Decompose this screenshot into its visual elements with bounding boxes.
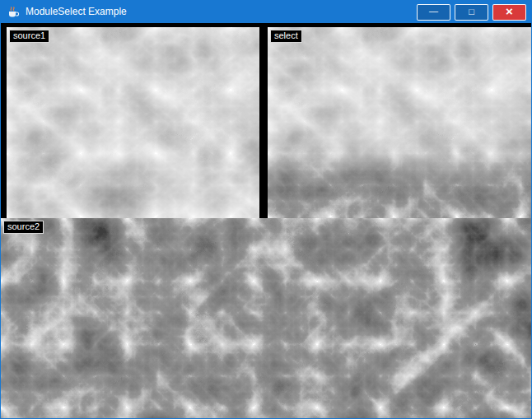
select-texture-top: [268, 27, 531, 218]
source2-image: source2: [1, 218, 531, 418]
select-image: select: [268, 27, 531, 218]
source2-texture: [1, 218, 531, 418]
source1-image: source1: [7, 27, 259, 218]
app-icon[interactable]: [7, 6, 20, 19]
window-title: ModuleSelect Example: [26, 1, 417, 23]
source1-texture: [7, 27, 259, 218]
app-window: ModuleSelect Example — □ × source1: [0, 0, 532, 419]
minimize-icon: —: [429, 7, 438, 16]
render-canvas: source1 select source2: [1, 23, 531, 418]
close-icon: ×: [506, 5, 513, 17]
maximize-icon: □: [469, 7, 474, 16]
maximize-button[interactable]: □: [455, 4, 488, 21]
source1-label: source1: [9, 30, 49, 43]
source2-label: source2: [3, 221, 44, 234]
minimize-button[interactable]: —: [417, 4, 450, 21]
select-label: select: [270, 30, 302, 43]
window-controls: — □ ×: [417, 4, 526, 21]
close-button[interactable]: ×: [492, 4, 526, 21]
titlebar[interactable]: ModuleSelect Example — □ ×: [1, 1, 531, 23]
